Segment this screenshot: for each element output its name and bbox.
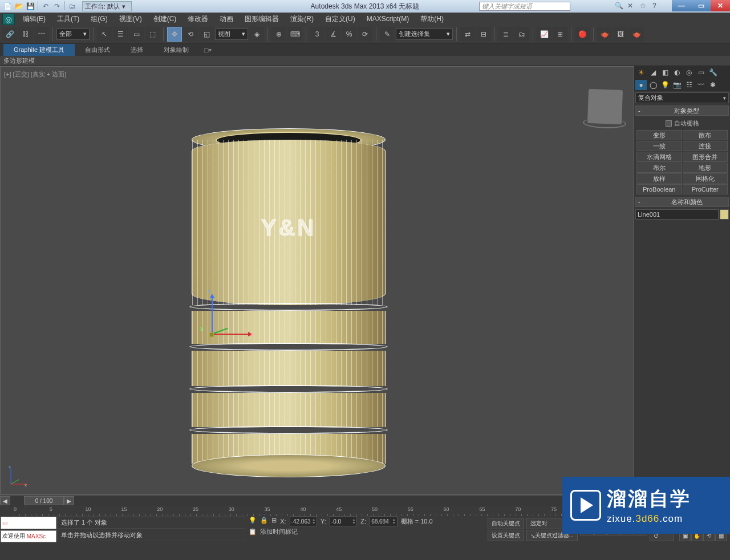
select-region-rect-icon[interactable]: ▭ (129, 27, 144, 42)
search-icon[interactable]: 🔍 (615, 2, 624, 11)
move-icon[interactable]: ✥ (167, 27, 182, 42)
maximize-button[interactable]: ▭ (691, 0, 711, 11)
rotate-icon[interactable]: ⟲ (183, 27, 198, 42)
manipulate-icon[interactable]: ⊕ (271, 27, 286, 42)
undo-icon[interactable]: ↶ (40, 1, 51, 11)
material-editor-icon[interactable]: 🔴 (575, 27, 590, 42)
procutter-button[interactable]: ProCutter (683, 184, 728, 194)
auto-key-button[interactable]: 自动关键点 (488, 518, 524, 529)
sun-icon[interactable]: ☀ (635, 67, 647, 78)
ribbon-minimize-icon[interactable]: ▢▾ (204, 47, 212, 53)
link-icon[interactable]: 🔗 (2, 27, 17, 42)
time-tag-label[interactable]: 添加时间标记 (260, 527, 298, 536)
snap-3d-icon[interactable]: 3 (310, 27, 325, 42)
ribbon-tab-freeform[interactable]: 自由形式 (75, 44, 120, 56)
selection-lock-icon[interactable]: 🔒 (260, 517, 268, 526)
edit-named-selection-icon[interactable]: ✎ (380, 27, 395, 42)
menu-animation[interactable]: 动画 (214, 13, 239, 25)
menu-create[interactable]: 创建(C) (148, 13, 182, 25)
render-icon[interactable]: 🫖 (629, 27, 644, 42)
transform-gizmo[interactable]: z x y (206, 289, 257, 340)
pivot-center-icon[interactable]: ◈ (249, 27, 264, 42)
cameras-icon[interactable]: 📷 (671, 80, 683, 90)
shapemerge-button[interactable]: 图形合并 (683, 152, 728, 162)
rollout-object-type[interactable]: - 对象类型 (635, 105, 729, 116)
close-button[interactable]: ✕ (711, 0, 730, 11)
reference-coord-dropdown[interactable]: 视图▾ (215, 29, 248, 40)
subscription-icon[interactable]: ☆ (640, 2, 649, 11)
geometry-icon[interactable]: ● (635, 80, 647, 90)
workspace-selector[interactable]: 工作台: 默认 ▾ (82, 1, 132, 11)
project-folder-icon[interactable]: 🗂 (67, 1, 78, 11)
search-input[interactable]: 键入关键字或短语 (479, 2, 570, 11)
panel-motion-icon[interactable]: ◎ (683, 67, 695, 78)
menu-modifiers[interactable]: 修改器 (182, 13, 214, 25)
menu-customize[interactable]: 自定义(U) (319, 13, 361, 25)
align-icon[interactable]: ⊟ (476, 27, 491, 42)
percent-snap-icon[interactable]: % (342, 27, 356, 42)
ribbon-tab-selection[interactable]: 选择 (120, 44, 153, 56)
loft-button[interactable]: 放样 (636, 173, 682, 184)
lock-icon[interactable]: 💡 (249, 517, 257, 526)
abs-rel-icon[interactable]: ⊞ (271, 517, 277, 526)
angle-snap-icon[interactable]: ∡ (326, 27, 340, 42)
minimize-button[interactable]: — (672, 0, 691, 11)
menu-view[interactable]: 视图(V) (113, 13, 148, 25)
render-setup-icon[interactable]: 🫖 (597, 27, 612, 42)
lights-icon[interactable]: 💡 (659, 80, 671, 90)
help-icon[interactable]: ? (652, 2, 662, 11)
ribbon-tab-paint[interactable]: 对象绘制 (153, 44, 199, 56)
render-frame-icon[interactable]: 🖼 (613, 27, 628, 42)
helpers-icon[interactable]: ☷ (683, 80, 695, 90)
z-coord-field[interactable]: 68.684▲▼ (370, 516, 397, 526)
open-file-icon[interactable]: 📂 (14, 1, 24, 11)
scale-icon[interactable]: ◱ (199, 27, 214, 42)
systems-icon[interactable]: ✱ (707, 80, 719, 90)
maxscript-mini[interactable]: ▭ (1, 517, 56, 529)
select-name-icon[interactable]: ☰ (113, 27, 128, 42)
panel-display-icon[interactable]: ▭ (695, 67, 707, 78)
boolean-button[interactable]: 布尔 (636, 163, 682, 173)
object-color-swatch[interactable] (720, 209, 729, 220)
terrain-button[interactable]: 地形 (683, 163, 728, 173)
scatter-button[interactable]: 散布 (683, 130, 728, 140)
panel-create-icon[interactable]: ◢ (647, 67, 659, 78)
spacewarps-icon[interactable]: 〰 (695, 80, 707, 90)
y-coord-field[interactable]: -0.0▲▼ (330, 516, 357, 526)
select-icon[interactable]: ↖ (97, 27, 112, 42)
selection-filter-dropdown[interactable]: 全部▾ (56, 29, 90, 40)
x-coord-field[interactable]: -42.063▲▼ (290, 516, 317, 526)
timeline-prev-icon[interactable]: ◀ (0, 496, 10, 505)
timeline-next-icon[interactable]: ▶ (64, 496, 74, 505)
layers-icon[interactable]: ≣ (498, 27, 513, 42)
menu-grapheditors[interactable]: 图形编辑器 (239, 13, 285, 25)
menu-group[interactable]: 组(G) (85, 13, 113, 25)
mesher-button[interactable]: 网格化 (683, 173, 728, 184)
schematic-view-icon[interactable]: ⊞ (553, 27, 567, 42)
save-file-icon[interactable]: 💾 (25, 1, 35, 11)
keyboard-shortcut-icon[interactable]: ⌨ (287, 27, 302, 42)
conform-button[interactable]: 一致 (636, 141, 682, 151)
menu-maxscript[interactable]: MAXScript(M) (361, 14, 415, 24)
category-dropdown[interactable]: 复合对象 ▾ (635, 92, 729, 103)
spinner-snap-icon[interactable]: ⟳ (358, 27, 372, 42)
viewport-label[interactable]: [+] [正交] [真实 + 边面] (4, 70, 66, 79)
isolate-icon[interactable]: 📋 (249, 528, 257, 535)
menu-help[interactable]: 帮助(H) (415, 13, 449, 25)
shapes-icon[interactable]: ◯ (647, 80, 659, 90)
named-selection-dropdown[interactable]: 创建选择集▾ (396, 29, 453, 40)
panel-hierarchy-icon[interactable]: ◐ (671, 67, 683, 78)
rollout-name-color[interactable]: - 名称和颜色 (635, 197, 729, 207)
menu-rendering[interactable]: 渲染(R) (285, 13, 319, 25)
curve-editor-icon[interactable]: 📈 (537, 27, 551, 42)
window-crossing-icon[interactable]: ⬚ (145, 27, 160, 42)
exchange-icon[interactable]: ✕ (627, 2, 636, 11)
scene-explorer-icon[interactable]: 🗂 (514, 27, 529, 42)
panel-utilities-icon[interactable]: 🔧 (707, 67, 719, 78)
menu-edit[interactable]: 编辑(E) (17, 13, 51, 25)
mirror-icon[interactable]: ⇄ (460, 27, 475, 42)
set-key-button[interactable]: 设置关键点 (488, 530, 524, 541)
redo-icon[interactable]: ↷ (52, 1, 62, 11)
unlink-icon[interactable]: ⛓ (18, 27, 33, 42)
morph-button[interactable]: 变形 (636, 130, 682, 140)
